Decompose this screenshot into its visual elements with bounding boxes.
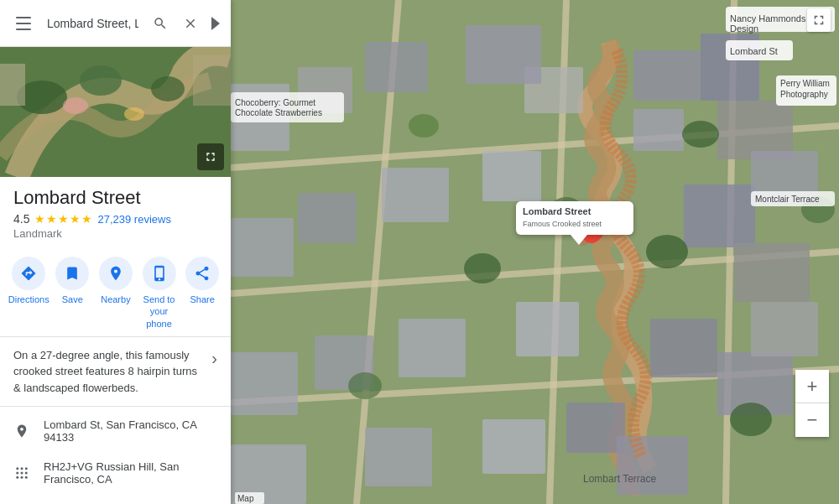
save-label: Save bbox=[62, 294, 83, 305]
zoom-out-button[interactable]: − bbox=[795, 403, 829, 437]
action-buttons: Directions Save Nearby bbox=[0, 247, 231, 337]
svg-point-15 bbox=[21, 476, 23, 479]
address-icon bbox=[13, 423, 30, 439]
svg-point-66 bbox=[409, 114, 439, 138]
svg-point-6 bbox=[63, 97, 88, 114]
svg-point-11 bbox=[16, 472, 18, 475]
save-icon bbox=[55, 257, 89, 290]
map-expand-section bbox=[807, 8, 831, 32]
description-section[interactable]: On a 27-degree angle, this famously croo… bbox=[0, 337, 231, 408]
svg-point-68 bbox=[348, 372, 382, 399]
zoom-in-button[interactable]: + bbox=[795, 370, 829, 403]
directions-label: Directions bbox=[8, 294, 50, 305]
svg-point-3 bbox=[151, 76, 185, 101]
svg-rect-44 bbox=[684, 184, 755, 247]
svg-rect-57 bbox=[231, 352, 298, 415]
svg-text:Lombard Street: Lombard Street bbox=[523, 206, 591, 216]
save-button[interactable]: Save bbox=[52, 257, 92, 330]
nearby-icon bbox=[99, 257, 133, 290]
star-4: ★ bbox=[70, 212, 81, 226]
search-bar bbox=[0, 0, 231, 47]
share-button[interactable]: Share bbox=[182, 257, 222, 330]
rating-number: 4.5 bbox=[13, 212, 29, 226]
svg-rect-53 bbox=[751, 302, 818, 356]
svg-rect-48 bbox=[382, 168, 449, 222]
svg-text:Design: Design bbox=[730, 23, 758, 34]
add-label-row[interactable]: Add a label bbox=[0, 494, 231, 504]
info-rows: Lombard St, San Francisco, CA 94133 RH2J… bbox=[0, 407, 231, 504]
place-image bbox=[0, 47, 231, 177]
svg-rect-50 bbox=[231, 218, 294, 277]
star-rating: ★ ★ ★ ★ ★ bbox=[34, 212, 92, 226]
svg-text:Perry William: Perry William bbox=[780, 79, 830, 88]
place-type: Landmark bbox=[13, 227, 217, 240]
svg-rect-35 bbox=[633, 50, 701, 101]
star-1: ★ bbox=[34, 212, 45, 226]
svg-rect-59 bbox=[617, 436, 688, 495]
svg-point-69 bbox=[682, 121, 719, 148]
svg-rect-61 bbox=[365, 428, 432, 486]
svg-text:Lombard St: Lombard St bbox=[730, 46, 778, 56]
nearby-button[interactable]: Nearby bbox=[96, 257, 136, 330]
directions-button[interactable]: Directions bbox=[8, 257, 50, 330]
star-3: ★ bbox=[58, 212, 69, 226]
directions-icon bbox=[12, 257, 45, 290]
share-icon bbox=[185, 257, 219, 290]
share-label: Share bbox=[190, 294, 214, 305]
svg-point-10 bbox=[25, 468, 28, 470]
map-svg: Nancy Hammonds Design Lombard St Perry W… bbox=[231, 0, 839, 504]
map-controls: + − bbox=[795, 370, 829, 437]
place-name: Lombard Street bbox=[13, 187, 217, 209]
svg-point-7 bbox=[124, 107, 144, 121]
svg-point-9 bbox=[21, 468, 23, 470]
svg-point-65 bbox=[464, 253, 501, 283]
reviews-link[interactable]: 27,239 reviews bbox=[97, 213, 170, 226]
svg-rect-47 bbox=[482, 151, 541, 201]
plus-code-text: RH2J+VG Russian Hill, San Francisco, CA bbox=[44, 460, 217, 486]
expand-sidebar-button[interactable] bbox=[207, 7, 224, 40]
map-fullscreen-button[interactable] bbox=[807, 8, 831, 32]
svg-point-63 bbox=[646, 235, 688, 268]
nearby-label: Nearby bbox=[101, 294, 130, 305]
search-input[interactable] bbox=[44, 8, 142, 39]
svg-rect-37 bbox=[717, 101, 793, 159]
sidebar: Lombard Street 4.5 ★ ★ ★ ★ ★ 27,239 revi… bbox=[0, 0, 231, 504]
send-to-phone-button[interactable]: Send toyourphone bbox=[139, 257, 180, 330]
plus-code-row: RH2J+VG Russian Hill, San Francisco, CA bbox=[0, 452, 231, 494]
svg-point-13 bbox=[25, 472, 28, 475]
map-area[interactable]: Nancy Hammonds Design Lombard St Perry W… bbox=[231, 0, 839, 504]
star-5: ★ bbox=[81, 212, 92, 226]
description-chevron-icon bbox=[211, 349, 217, 368]
svg-rect-54 bbox=[516, 302, 579, 356]
svg-point-14 bbox=[16, 476, 18, 479]
star-2: ★ bbox=[46, 212, 57, 226]
svg-rect-45 bbox=[734, 243, 810, 302]
place-info: Lombard Street 4.5 ★ ★ ★ ★ ★ 27,239 revi… bbox=[0, 177, 231, 247]
svg-text:Chocolate Strawberries: Chocolate Strawberries bbox=[235, 108, 322, 117]
svg-rect-55 bbox=[399, 319, 466, 377]
search-button[interactable] bbox=[145, 8, 175, 39]
svg-text:Map: Map bbox=[237, 494, 254, 503]
plus-code-icon bbox=[13, 465, 30, 481]
svg-point-12 bbox=[21, 472, 23, 475]
svg-text:Lombart Terrace: Lombart Terrace bbox=[583, 473, 656, 485]
address-text: Lombard St, San Francisco, CA 94133 bbox=[44, 418, 217, 444]
hamburger-button[interactable] bbox=[7, 7, 40, 40]
svg-point-8 bbox=[16, 468, 18, 470]
svg-text:Montclair Terrace: Montclair Terrace bbox=[755, 195, 820, 204]
svg-rect-4 bbox=[0, 64, 25, 106]
svg-rect-49 bbox=[298, 193, 357, 243]
svg-text:Chocoberry: Gourmet: Chocoberry: Gourmet bbox=[235, 98, 315, 107]
svg-text:Famous Crooked street: Famous Crooked street bbox=[523, 220, 602, 228]
svg-rect-38 bbox=[633, 109, 684, 151]
svg-rect-41 bbox=[365, 42, 428, 92]
description-text: On a 27-degree angle, this famously croo… bbox=[13, 347, 205, 397]
image-expand-button[interactable] bbox=[197, 143, 224, 170]
svg-rect-60 bbox=[482, 419, 545, 474]
search-input-wrap bbox=[44, 8, 142, 39]
svg-rect-5 bbox=[193, 55, 231, 106]
close-button[interactable] bbox=[175, 8, 206, 39]
svg-point-16 bbox=[25, 476, 28, 479]
send-to-phone-label: Send toyourphone bbox=[143, 294, 175, 330]
rating-row: 4.5 ★ ★ ★ ★ ★ 27,239 reviews bbox=[13, 212, 217, 226]
